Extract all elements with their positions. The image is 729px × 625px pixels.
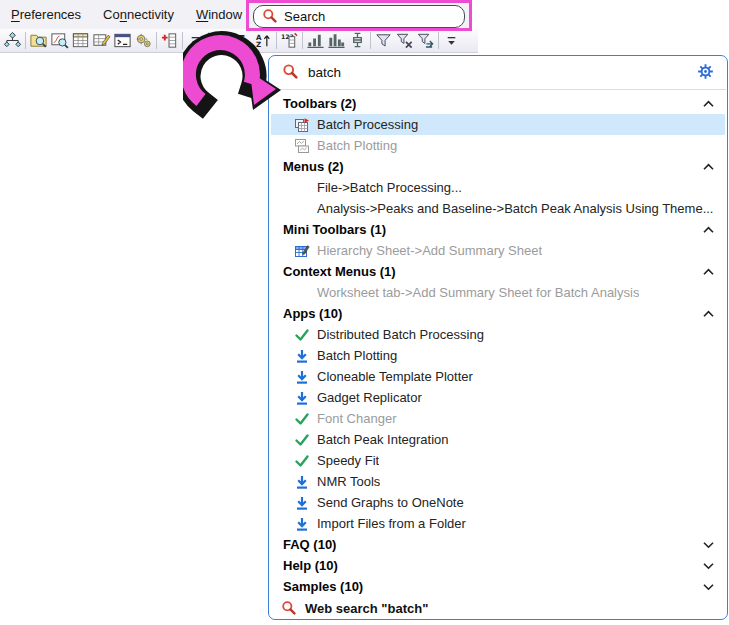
chevron-up-icon[interactable]: [702, 309, 715, 318]
result-item-label: NMR Tools: [317, 474, 380, 489]
quick-search-input[interactable]: Search: [253, 5, 465, 28]
boxplot-icon[interactable]: [347, 30, 368, 51]
result-item-batch-peak-integration[interactable]: Batch Peak Integration: [269, 429, 727, 450]
chevron-down-icon[interactable]: [702, 540, 715, 549]
section-header-menus-2[interactable]: Menus (2): [269, 156, 727, 177]
section-header-mini-toolbars-1[interactable]: Mini Toolbars (1): [269, 219, 727, 240]
download-icon: [293, 474, 310, 490]
stats-bars-icon[interactable]: [305, 30, 326, 51]
column-stats-icon[interactable]: Σ: [211, 30, 232, 51]
settings-gear-icon[interactable]: [697, 63, 714, 83]
toolbar-separator: [156, 32, 157, 49]
section-header-faq-10[interactable]: FAQ (10): [269, 534, 727, 555]
download-icon: [293, 390, 310, 406]
result-item-label: Speedy Fit: [317, 453, 379, 468]
chevron-up-icon[interactable]: [702, 267, 715, 276]
section-label: Help (10): [283, 558, 338, 573]
web-search-label: Web search "batch": [305, 601, 428, 616]
result-item-label: Import Files from a Folder: [317, 516, 466, 531]
check-icon: [293, 411, 310, 427]
search-results-panel: batch Toolbars (2)Batch ProcessingBatch …: [268, 55, 728, 620]
chevron-up-icon[interactable]: [702, 99, 715, 108]
search-icon: [281, 600, 296, 618]
result-item-nmr-tools[interactable]: NMR Tools: [269, 471, 727, 492]
result-item-cloneable-template-plotter[interactable]: Cloneable Template Plotter: [269, 366, 727, 387]
result-item-distributed-batch-processing[interactable]: Distributed Batch Processing: [269, 324, 727, 345]
set-column-values-icon[interactable]: 123: [279, 30, 300, 51]
open-folder-icon[interactable]: [28, 30, 49, 51]
script-window-icon[interactable]: [112, 30, 133, 51]
open-graph-icon[interactable]: [49, 30, 70, 51]
section-label: Menus (2): [283, 159, 344, 174]
section-label: Mini Toolbars (1): [283, 222, 386, 237]
toolbar-separator: [276, 32, 277, 49]
svg-text:Σ: Σ: [213, 33, 221, 47]
download-icon: [293, 516, 310, 532]
panel-search-input[interactable]: batch: [269, 56, 727, 89]
result-item-batch-plotting[interactable]: Batch Plotting: [269, 345, 727, 366]
result-item-file-batch-processing[interactable]: File->Batch Processing...: [269, 177, 727, 198]
menu-window[interactable]: Window: [185, 0, 253, 29]
result-item-label: Font Changer: [317, 411, 397, 426]
search-results-list: Toolbars (2)Batch ProcessingBatch Plotti…: [269, 90, 727, 597]
reapply-filter-icon[interactable]: [415, 30, 436, 51]
chevron-down-icon[interactable]: [702, 561, 715, 570]
result-item-worksheet-tab-add-summary-sheet-for-batch-analysis[interactable]: Worksheet tab->Add Summary Sheet for Bat…: [269, 282, 727, 303]
chevron-down-icon[interactable]: [702, 582, 715, 591]
toolbar-separator: [208, 32, 209, 49]
add-columns-icon[interactable]: [159, 30, 180, 51]
search-icon: [262, 8, 277, 26]
gears-icon[interactable]: [133, 30, 154, 51]
project-explorer-icon[interactable]: [2, 30, 23, 51]
download-icon: [293, 495, 310, 511]
result-item-label: Gadget Replicator: [317, 390, 422, 405]
edit-worksheet-icon[interactable]: [91, 30, 112, 51]
web-search-item[interactable]: Web search "batch": [269, 597, 727, 620]
result-item-gadget-replicator[interactable]: Gadget Replicator: [269, 387, 727, 408]
chevron-up-icon[interactable]: [702, 225, 715, 234]
filter-icon[interactable]: [373, 30, 394, 51]
toolbar-separator: [438, 32, 439, 49]
download-icon: [293, 348, 310, 364]
result-item-hierarchy-sheet-add-summary-sheet[interactable]: Hierarchy Sheet->Add Summary Sheet: [269, 240, 727, 261]
remove-filter-icon[interactable]: [394, 30, 415, 51]
result-item-speedy-fit[interactable]: Speedy Fit: [269, 450, 727, 471]
section-header-context-menus-1[interactable]: Context Menus (1): [269, 261, 727, 282]
sort-az-icon[interactable]: AZ: [253, 30, 274, 51]
result-item-import-files-from-a-folder[interactable]: Import Files from a Folder: [269, 513, 727, 534]
download-icon: [293, 369, 310, 385]
result-item-font-changer[interactable]: Font Changer: [269, 408, 727, 429]
section-label: Context Menus (1): [283, 264, 396, 279]
result-item-batch-processing[interactable]: Batch Processing: [271, 114, 725, 135]
search-highlight-box: Search: [246, 0, 472, 31]
new-worksheet-icon[interactable]: [70, 30, 91, 51]
menu-preferences[interactable]: Preferences: [0, 0, 92, 29]
toolbar-separator: [25, 32, 26, 49]
result-item-label: File->Batch Processing...: [317, 180, 462, 195]
icon-spacer: [293, 180, 310, 196]
batch-plotting-icon: [293, 138, 310, 154]
toolbar-separator: [370, 32, 371, 49]
app-window: PreferencesConnectivityWindowHelp ΣΣAZ12…: [0, 0, 729, 625]
toolbar-overflow-icon[interactable]: [185, 30, 206, 51]
result-item-label: Worksheet tab->Add Summary Sheet for Bat…: [317, 285, 639, 300]
chevron-up-icon[interactable]: [702, 162, 715, 171]
sum-icon[interactable]: Σ: [232, 30, 253, 51]
section-header-samples-10[interactable]: Samples (10): [269, 576, 727, 597]
menu-connectivity[interactable]: Connectivity: [92, 0, 185, 29]
section-header-apps-10[interactable]: Apps (10): [269, 303, 727, 324]
section-label: Apps (10): [283, 306, 342, 321]
toolbar-options-icon[interactable]: [441, 30, 462, 51]
check-icon: [293, 432, 310, 448]
result-item-send-graphs-to-onenote[interactable]: Send Graphs to OneNote: [269, 492, 727, 513]
result-item-analysis-peaks-and-baseline-batch-peak-analysis-using-theme[interactable]: Analysis->Peaks and Baseline->Batch Peak…: [269, 198, 727, 219]
section-header-help-10[interactable]: Help (10): [269, 555, 727, 576]
result-item-label: Batch Processing: [317, 117, 418, 132]
result-item-batch-plotting[interactable]: Batch Plotting: [269, 135, 727, 156]
toolbar-separator: [182, 32, 183, 49]
result-item-label: Batch Plotting: [317, 138, 397, 153]
histogram-icon[interactable]: [326, 30, 347, 51]
check-icon: [293, 453, 310, 469]
section-header-toolbars-2[interactable]: Toolbars (2): [269, 93, 727, 114]
check-icon: [293, 327, 310, 343]
